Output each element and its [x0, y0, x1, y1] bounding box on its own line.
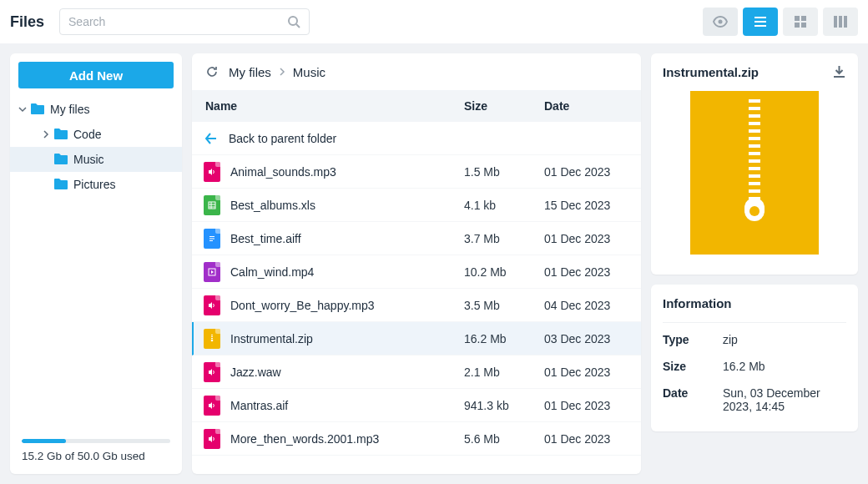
- information-card: Information TypezipSize16.2 MbDateSun, 0…: [651, 285, 858, 431]
- file-name: Dont_worry_Be_happy.mp3: [230, 299, 464, 312]
- audio-file-icon: [204, 396, 220, 416]
- columns-icon: [833, 14, 848, 29]
- file-row[interactable]: Best_albums.xls4.1 kb15 Dec 2023: [192, 189, 641, 222]
- refresh-button[interactable]: [205, 65, 219, 78]
- file-panel: My files Music Name Size Date Back to pa…: [192, 53, 641, 474]
- grid-small-view-button[interactable]: [783, 8, 818, 36]
- info-label: Type: [663, 333, 723, 346]
- file-size: 16.2 Mb: [464, 332, 544, 345]
- add-new-button[interactable]: Add New: [18, 62, 174, 88]
- info-row: DateSun, 03 December 2023, 14:45: [663, 380, 846, 420]
- file-date: 01 Dec 2023: [544, 399, 641, 412]
- video-file-icon: [204, 262, 220, 282]
- download-button[interactable]: [832, 65, 846, 79]
- sidebar-item-my-files[interactable]: My files: [10, 97, 182, 122]
- eye-icon: [713, 14, 728, 29]
- breadcrumb-item[interactable]: My files: [229, 65, 271, 79]
- sidebar: Add New My filesCodeMusicPictures 15.2 G…: [10, 53, 182, 474]
- svg-rect-13: [795, 23, 800, 28]
- svg-point-29: [211, 339, 214, 341]
- column-header-size[interactable]: Size: [464, 99, 544, 113]
- file-size: 3.5 Mb: [464, 299, 544, 312]
- svg-rect-14: [801, 23, 806, 28]
- sidebar-item-pictures[interactable]: Pictures: [10, 172, 182, 197]
- tree-item-label: Code: [73, 128, 101, 141]
- zip-file-icon: [204, 329, 220, 349]
- search-icon: [287, 15, 300, 28]
- svg-rect-28: [211, 338, 213, 339]
- preview-card: Instrumental.zip: [651, 53, 858, 275]
- svg-rect-22: [209, 236, 214, 237]
- sidebar-item-music[interactable]: Music: [10, 147, 182, 172]
- tree-item-label: My files: [50, 103, 89, 116]
- file-date: 01 Dec 2023: [544, 232, 641, 245]
- file-row[interactable]: Jazz.waw2.1 Mb01 Dec 2023: [192, 355, 641, 389]
- storage-bar: [22, 439, 170, 443]
- file-size: 5.6 Mb: [464, 432, 544, 446]
- file-row[interactable]: Best_time.aiff3.7 Mb01 Dec 2023: [192, 222, 641, 255]
- svg-rect-23: [209, 238, 214, 239]
- information-title: Information: [663, 296, 846, 310]
- chevron-right-icon[interactable]: [40, 130, 52, 139]
- file-size: 2.1 Mb: [464, 366, 544, 379]
- audio-file-icon: [204, 295, 220, 315]
- list-icon: [753, 14, 768, 29]
- info-value: zip: [723, 333, 846, 346]
- file-name: Mantras.aif: [230, 399, 464, 412]
- info-row: Size16.2 Mb: [663, 353, 846, 380]
- file-name: Calm_wind.mp4: [230, 265, 464, 279]
- folder-icon: [53, 127, 68, 142]
- xls-file-icon: [204, 195, 220, 215]
- file-name: Animal_sounds.mp3: [230, 165, 464, 179]
- svg-rect-9: [754, 21, 766, 23]
- file-name: Instrumental.zip: [230, 332, 464, 345]
- file-row[interactable]: Mantras.aif941.3 kb01 Dec 2023: [192, 389, 641, 422]
- grid-large-view-button[interactable]: [823, 8, 858, 36]
- file-size: 1.5 Mb: [464, 165, 544, 179]
- search-box[interactable]: [59, 8, 310, 35]
- file-date: 04 Dec 2023: [544, 299, 641, 312]
- breadcrumb-item[interactable]: Music: [293, 65, 326, 79]
- file-size: 4.1 kb: [464, 199, 544, 212]
- chevron-down-icon[interactable]: [17, 105, 28, 113]
- file-name: Best_time.aiff: [230, 232, 464, 245]
- svg-rect-17: [844, 16, 847, 28]
- file-row[interactable]: More_then_words.2001.mp35.6 Mb01 Dec 202…: [192, 422, 641, 456]
- file-row[interactable]: Dont_worry_Be_happy.mp33.5 Mb04 Dec 2023: [192, 289, 641, 322]
- doc-file-icon: [204, 229, 220, 249]
- file-date: 01 Dec 2023: [544, 265, 641, 279]
- preview-toggle-button[interactable]: [703, 8, 738, 36]
- list-view-button[interactable]: [743, 8, 778, 36]
- file-row[interactable]: Animal_sounds.mp31.5 Mb01 Dec 2023: [192, 155, 641, 189]
- column-header-name[interactable]: Name: [192, 99, 464, 113]
- info-value: 16.2 Mb: [723, 360, 846, 373]
- chevron-right-icon: [278, 68, 286, 76]
- file-date: 15 Dec 2023: [544, 199, 641, 212]
- file-date: 03 Dec 2023: [544, 332, 641, 345]
- audio-file-icon: [204, 162, 220, 182]
- file-size: 10.2 Mb: [464, 265, 544, 279]
- audio-file-icon: [204, 362, 220, 382]
- info-label: Size: [663, 360, 723, 373]
- svg-rect-10: [754, 25, 766, 27]
- file-date: 01 Dec 2023: [544, 432, 641, 446]
- svg-point-7: [719, 20, 723, 24]
- svg-rect-16: [839, 16, 842, 28]
- app-title: Files: [10, 13, 44, 31]
- file-row[interactable]: Calm_wind.mp410.2 Mb01 Dec 2023: [192, 255, 641, 289]
- column-header-date[interactable]: Date: [544, 99, 641, 113]
- sidebar-item-code[interactable]: Code: [10, 122, 182, 147]
- grid-small-icon: [793, 14, 808, 29]
- folder-icon: [53, 177, 68, 192]
- info-row: Typezip: [663, 326, 846, 353]
- back-to-parent-row[interactable]: Back to parent folder: [192, 122, 641, 155]
- search-input[interactable]: [68, 15, 287, 28]
- file-row[interactable]: Instrumental.zip16.2 Mb03 Dec 2023: [192, 322, 641, 355]
- svg-point-5: [289, 17, 297, 25]
- file-name: Jazz.waw: [230, 366, 464, 379]
- svg-line-6: [296, 24, 300, 28]
- audio-file-icon: [204, 429, 220, 449]
- download-icon: [832, 65, 846, 79]
- file-name: More_then_words.2001.mp3: [230, 432, 464, 446]
- tree-item-label: Pictures: [73, 178, 116, 191]
